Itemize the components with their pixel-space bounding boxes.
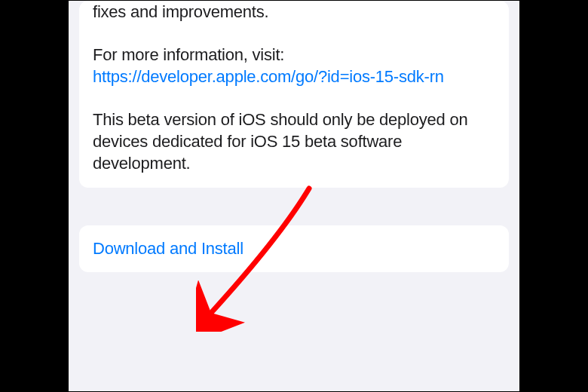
release-notes-link[interactable]: https://developer.apple.com/go/?id=ios-1… [93,67,444,86]
release-notes-card: fixes and improvements. For more informa… [79,1,509,188]
release-notes-line-fragment: fixes and improvements. [93,1,495,23]
more-info-prefix: For more information, visit: [93,45,284,64]
card-gap [79,188,509,225]
release-notes-beta-warning: This beta version of iOS should only be … [93,109,495,174]
download-and-install-label: Download and Install [93,239,243,258]
download-and-install-button[interactable]: Download and Install [79,225,509,272]
settings-panel: fixes and improvements. For more informa… [69,1,519,391]
release-notes-more-info: For more information, visit: https://dev… [93,44,495,87]
